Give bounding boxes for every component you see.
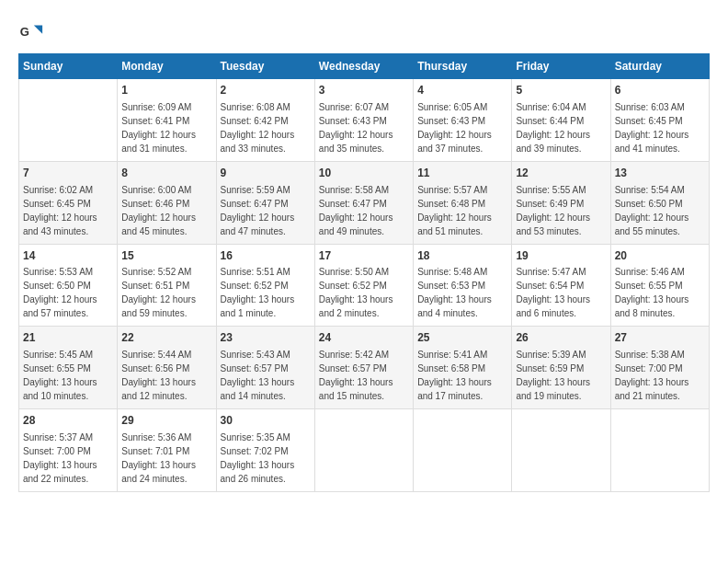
day-info: Sunrise: 6:03 AMSunset: 6:45 PMDaylight:… (615, 100, 705, 155)
day-info: Sunrise: 5:46 AMSunset: 6:55 PMDaylight:… (615, 265, 705, 320)
calendar-cell: 5Sunrise: 6:04 AMSunset: 6:44 PMDaylight… (512, 79, 610, 162)
calendar-cell: 26Sunrise: 5:39 AMSunset: 6:59 PMDayligh… (512, 327, 610, 409)
calendar-cell: 18Sunrise: 5:48 AMSunset: 6:53 PMDayligh… (414, 244, 512, 327)
day-number: 2 (221, 83, 311, 98)
calendar-cell: 6Sunrise: 6:03 AMSunset: 6:45 PMDaylight… (610, 79, 709, 162)
day-info: Sunrise: 5:47 AMSunset: 6:54 PMDaylight:… (516, 265, 606, 320)
calendar-week-row: 21Sunrise: 5:45 AMSunset: 6:55 PMDayligh… (19, 327, 710, 409)
day-info: Sunrise: 5:53 AMSunset: 6:50 PMDaylight:… (23, 265, 113, 320)
logo-icon: G (18, 18, 44, 44)
day-number: 8 (121, 166, 211, 181)
day-number: 29 (121, 413, 211, 429)
day-number: 12 (516, 166, 606, 181)
day-info: Sunrise: 5:37 AMSunset: 7:00 PMDaylight:… (23, 431, 113, 486)
header: G (18, 18, 710, 44)
calendar-week-row: 1Sunrise: 6:09 AMSunset: 6:41 PMDaylight… (19, 79, 710, 162)
day-info: Sunrise: 6:04 AMSunset: 6:44 PMDaylight:… (516, 100, 606, 155)
calendar-week-row: 14Sunrise: 5:53 AMSunset: 6:50 PMDayligh… (19, 244, 710, 327)
day-of-week-header: Wednesday (314, 54, 413, 79)
calendar-cell (512, 409, 610, 492)
day-info: Sunrise: 5:57 AMSunset: 6:48 PMDaylight:… (417, 183, 507, 238)
day-number: 27 (615, 330, 705, 346)
day-of-week-header: Friday (512, 54, 610, 79)
calendar-cell: 7Sunrise: 6:02 AMSunset: 6:45 PMDaylight… (19, 161, 118, 244)
calendar-cell: 30Sunrise: 5:35 AMSunset: 7:02 PMDayligh… (216, 409, 314, 492)
calendar-cell: 25Sunrise: 5:41 AMSunset: 6:58 PMDayligh… (414, 327, 512, 409)
day-number: 4 (417, 83, 507, 98)
days-of-week-row: SundayMondayTuesdayWednesdayThursdayFrid… (19, 54, 710, 79)
calendar-header: SundayMondayTuesdayWednesdayThursdayFrid… (19, 54, 710, 79)
day-info: Sunrise: 5:45 AMSunset: 6:55 PMDaylight:… (23, 348, 113, 403)
day-of-week-header: Monday (118, 54, 216, 79)
day-number: 25 (417, 330, 507, 346)
day-info: Sunrise: 5:54 AMSunset: 6:50 PMDaylight:… (615, 183, 705, 238)
day-info: Sunrise: 6:07 AMSunset: 6:43 PMDaylight:… (319, 100, 409, 155)
day-number: 10 (319, 166, 409, 181)
day-number: 16 (221, 248, 311, 264)
day-info: Sunrise: 5:39 AMSunset: 6:59 PMDaylight:… (516, 348, 606, 403)
day-number: 15 (121, 248, 211, 264)
day-info: Sunrise: 5:41 AMSunset: 6:58 PMDaylight:… (417, 348, 507, 403)
calendar-cell: 8Sunrise: 6:00 AMSunset: 6:46 PMDaylight… (118, 161, 216, 244)
calendar-cell: 22Sunrise: 5:44 AMSunset: 6:56 PMDayligh… (118, 327, 216, 409)
calendar-cell (414, 409, 512, 492)
day-info: Sunrise: 5:51 AMSunset: 6:52 PMDaylight:… (221, 265, 311, 320)
calendar-cell (314, 409, 413, 492)
day-number: 22 (121, 330, 211, 346)
calendar-body: 1Sunrise: 6:09 AMSunset: 6:41 PMDaylight… (19, 79, 710, 492)
day-number: 19 (516, 248, 606, 264)
calendar-cell: 3Sunrise: 6:07 AMSunset: 6:43 PMDaylight… (314, 79, 413, 162)
day-number: 3 (319, 83, 409, 98)
day-number: 21 (23, 330, 113, 346)
calendar-cell: 21Sunrise: 5:45 AMSunset: 6:55 PMDayligh… (19, 327, 118, 409)
logo: G (18, 18, 48, 44)
calendar-cell: 10Sunrise: 5:58 AMSunset: 6:47 PMDayligh… (314, 161, 413, 244)
day-of-week-header: Saturday (610, 54, 709, 79)
day-info: Sunrise: 5:58 AMSunset: 6:47 PMDaylight:… (319, 183, 409, 238)
day-number: 17 (319, 248, 409, 264)
calendar-cell: 16Sunrise: 5:51 AMSunset: 6:52 PMDayligh… (216, 244, 314, 327)
calendar-cell: 29Sunrise: 5:36 AMSunset: 7:01 PMDayligh… (118, 409, 216, 492)
calendar-week-row: 28Sunrise: 5:37 AMSunset: 7:00 PMDayligh… (19, 409, 710, 492)
day-info: Sunrise: 5:48 AMSunset: 6:53 PMDaylight:… (417, 265, 507, 320)
calendar-cell: 19Sunrise: 5:47 AMSunset: 6:54 PMDayligh… (512, 244, 610, 327)
day-info: Sunrise: 5:55 AMSunset: 6:49 PMDaylight:… (516, 183, 606, 238)
calendar-cell: 17Sunrise: 5:50 AMSunset: 6:52 PMDayligh… (314, 244, 413, 327)
day-info: Sunrise: 6:02 AMSunset: 6:45 PMDaylight:… (23, 183, 113, 238)
calendar-cell: 27Sunrise: 5:38 AMSunset: 7:00 PMDayligh… (610, 327, 709, 409)
calendar-cell (610, 409, 709, 492)
day-number: 20 (615, 248, 705, 264)
day-number: 23 (221, 330, 311, 346)
calendar-table: SundayMondayTuesdayWednesdayThursdayFrid… (18, 53, 710, 492)
svg-marker-1 (34, 25, 42, 33)
calendar-cell: 2Sunrise: 6:08 AMSunset: 6:42 PMDaylight… (216, 79, 314, 162)
day-number: 18 (417, 248, 507, 264)
day-number: 30 (221, 413, 311, 429)
day-number: 7 (23, 166, 113, 181)
day-number: 26 (516, 330, 606, 346)
day-number: 14 (23, 248, 113, 264)
calendar-cell: 28Sunrise: 5:37 AMSunset: 7:00 PMDayligh… (19, 409, 118, 492)
calendar-cell: 23Sunrise: 5:43 AMSunset: 6:57 PMDayligh… (216, 327, 314, 409)
day-info: Sunrise: 5:36 AMSunset: 7:01 PMDaylight:… (121, 431, 211, 486)
day-info: Sunrise: 6:09 AMSunset: 6:41 PMDaylight:… (121, 100, 211, 155)
day-number: 1 (121, 83, 211, 98)
calendar-cell: 20Sunrise: 5:46 AMSunset: 6:55 PMDayligh… (610, 244, 709, 327)
day-of-week-header: Tuesday (216, 54, 314, 79)
calendar-cell: 14Sunrise: 5:53 AMSunset: 6:50 PMDayligh… (19, 244, 118, 327)
calendar-cell: 12Sunrise: 5:55 AMSunset: 6:49 PMDayligh… (512, 161, 610, 244)
day-info: Sunrise: 6:05 AMSunset: 6:43 PMDaylight:… (417, 100, 507, 155)
calendar-week-row: 7Sunrise: 6:02 AMSunset: 6:45 PMDaylight… (19, 161, 710, 244)
day-info: Sunrise: 5:44 AMSunset: 6:56 PMDaylight:… (121, 348, 211, 403)
day-info: Sunrise: 5:59 AMSunset: 6:47 PMDaylight:… (221, 183, 311, 238)
calendar-cell: 4Sunrise: 6:05 AMSunset: 6:43 PMDaylight… (414, 79, 512, 162)
calendar-cell: 11Sunrise: 5:57 AMSunset: 6:48 PMDayligh… (414, 161, 512, 244)
day-number: 13 (615, 166, 705, 181)
day-number: 24 (319, 330, 409, 346)
calendar-cell: 1Sunrise: 6:09 AMSunset: 6:41 PMDaylight… (118, 79, 216, 162)
day-info: Sunrise: 5:43 AMSunset: 6:57 PMDaylight:… (221, 348, 311, 403)
day-of-week-header: Sunday (19, 54, 118, 79)
calendar-cell: 15Sunrise: 5:52 AMSunset: 6:51 PMDayligh… (118, 244, 216, 327)
calendar-cell: 24Sunrise: 5:42 AMSunset: 6:57 PMDayligh… (314, 327, 413, 409)
day-info: Sunrise: 5:42 AMSunset: 6:57 PMDaylight:… (319, 348, 409, 403)
